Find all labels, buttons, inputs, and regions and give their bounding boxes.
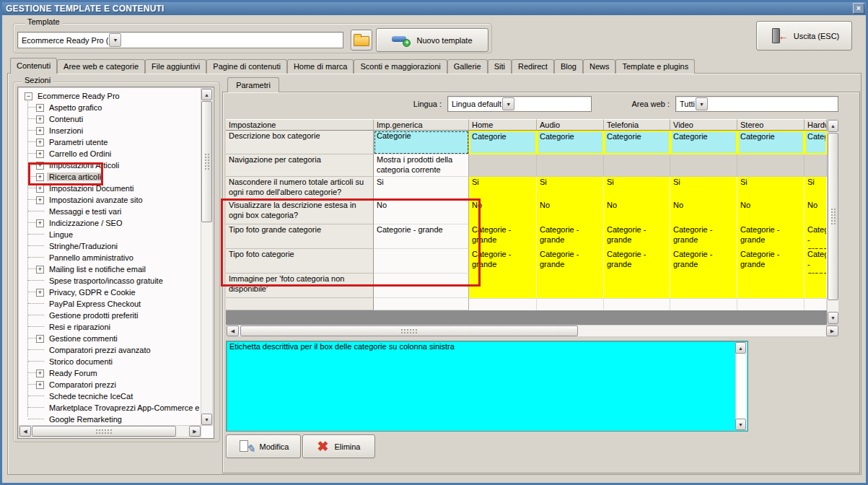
tree-item-marketplace-trovaprezzi-app-commerce-e-ki[interactable]: Marketplace Trovaprezzi App-Commerce e K… (19, 402, 202, 414)
grid-cell-r5-area3[interactable]: Categorie - grande (670, 249, 737, 274)
table-vertical-scrollbar[interactable]: ▲ ▼ (827, 119, 839, 325)
tree-item-parametri-utente[interactable]: +Parametri utente (19, 136, 202, 148)
grid-cell-r0-area3[interactable]: Categorie (670, 131, 737, 154)
tree-item-indicizzazione-seo[interactable]: +Indicizzazione / SEO (19, 217, 202, 229)
grid-cell-r3-setting[interactable]: Visualizzare la descrizione estesa in og… (226, 200, 374, 224)
grid-cell-r3-area3[interactable]: No (670, 200, 737, 224)
grid-cell-r1-area1[interactable] (537, 154, 604, 177)
tab-blog[interactable]: Blog (554, 59, 583, 74)
expand-icon[interactable]: + (36, 381, 44, 389)
tab-contenuti[interactable]: Contenuti (10, 58, 57, 74)
grid-cell-r7-area5[interactable] (805, 298, 827, 310)
tree-item-inserzioni[interactable]: +Inserzioni (19, 125, 202, 136)
grid-cell-r2-area4[interactable]: Si (737, 177, 805, 200)
expand-icon[interactable]: + (36, 104, 44, 112)
grid-header-telefonia[interactable]: Telefonia (604, 119, 670, 131)
tree-item-comparatori-prezzi-avanzato[interactable]: Comparatori prezzi avanzato (19, 344, 202, 356)
template-combobox[interactable]: Ecommerce Ready Pro ( ▼ (17, 32, 343, 48)
tree-item-stringhe-traduzioni[interactable]: Stringhe/Traduzioni (19, 240, 202, 252)
expand-icon[interactable]: + (36, 335, 44, 343)
grid-cell-r4-generic[interactable]: Categorie - grande (374, 224, 469, 249)
scroll-left-icon[interactable]: ◀ (19, 426, 31, 437)
tree-item-impostazioni-documenti[interactable]: +Impostazioni Documenti (19, 183, 202, 194)
grid-cell-r4-area5[interactable]: Categorie - grande (805, 224, 827, 249)
tab-home-di-marca[interactable]: Home di marca (287, 59, 354, 74)
grid-cell-r1-generic[interactable]: Mostra i prodotti della categoria corren… (374, 154, 469, 177)
expand-icon[interactable]: + (36, 219, 44, 227)
grid-cell-r6-setting[interactable]: Immagine per 'foto categoria non disponi… (226, 274, 374, 298)
grid-cell-r7-setting[interactable] (226, 298, 374, 310)
grid-cell-r5-area1[interactable]: Categorie - grande (537, 249, 604, 274)
grid-cell-r3-generic[interactable]: No (374, 200, 469, 224)
grid-header-imp-generica[interactable]: Imp.generica (374, 119, 469, 131)
expand-icon[interactable]: + (36, 196, 44, 204)
grid-cell-r7-area4[interactable] (737, 298, 805, 310)
grid-cell-r4-area2[interactable]: Categorie - grande (604, 224, 670, 249)
grid-cell-r1-area4[interactable] (737, 154, 805, 177)
tree-item-resi-e-riparazioni[interactable]: Resi e riparazioni (19, 321, 202, 333)
scroll-down-icon[interactable]: ▼ (828, 312, 838, 324)
grid-cell-r5-generic[interactable] (374, 249, 469, 274)
tab-parametri[interactable]: Parametri (227, 77, 279, 92)
grid-cell-r6-area0[interactable] (469, 274, 537, 298)
grid-cell-r7-area1[interactable] (537, 298, 604, 310)
close-icon[interactable]: × (853, 3, 864, 14)
grid-header-impostazione[interactable]: Impostazione (226, 119, 374, 131)
grid-cell-r6-area2[interactable] (604, 274, 670, 298)
tree-item-storico-documenti[interactable]: Storico documenti (19, 356, 202, 367)
scrollbar-thumb[interactable] (201, 101, 212, 222)
grid-cell-r3-area4[interactable]: No (737, 200, 805, 224)
grid-cell-r2-area3[interactable]: Si (670, 177, 737, 200)
expand-icon[interactable]: + (36, 162, 44, 170)
grid-cell-r0-area2[interactable]: Categorie (604, 131, 670, 154)
tab-siti[interactable]: Siti (488, 59, 512, 74)
tree-item-google-remarketing[interactable]: Google Remarketing (19, 414, 202, 425)
grid-header-home[interactable]: Home (469, 119, 537, 131)
grid-cell-r3-area1[interactable]: No (537, 200, 604, 224)
new-template-button[interactable]: + Nuovo template (376, 28, 488, 52)
chevron-down-icon[interactable]: ▼ (696, 97, 708, 110)
grid-header-hardware[interactable]: Hardware (805, 119, 827, 131)
expand-icon[interactable]: + (36, 115, 44, 123)
grid-cell-r6-generic[interactable] (374, 274, 469, 298)
open-template-button[interactable] (351, 30, 372, 51)
tree-item-gestione-prodotti-preferiti[interactable]: Gestione prodotti preferiti (19, 310, 202, 321)
expand-icon[interactable]: + (36, 185, 44, 193)
scroll-down-icon[interactable]: ▼ (201, 414, 212, 425)
scroll-down-icon[interactable]: ▼ (735, 419, 746, 430)
modify-button[interactable]: ✎ Modifica (226, 434, 301, 458)
grid-cell-r0-area4[interactable]: Categorie (737, 131, 805, 154)
grid-cell-r2-area2[interactable]: Si (604, 177, 670, 200)
grid-cell-r0-area1[interactable]: Categorie (537, 131, 604, 154)
grid-cell-r4-area0[interactable]: Categorie - grande (469, 224, 537, 249)
chevron-down-icon[interactable]: ▼ (502, 97, 514, 110)
grid-cell-r3-area2[interactable]: No (604, 200, 670, 224)
grid-cell-r5-area0[interactable]: Categorie - grande (469, 249, 537, 274)
grid-cell-r0-setting[interactable]: Descrizione box categorie (226, 131, 374, 154)
expand-icon[interactable]: + (36, 173, 44, 181)
tree-item-ecommerce-ready-pro[interactable]: −Ecommerce Ready Pro (19, 90, 202, 102)
scroll-right-icon[interactable]: ▶ (826, 325, 838, 336)
lingua-combobox[interactable]: Lingua default ▼ (447, 96, 592, 112)
expand-icon[interactable]: + (36, 150, 44, 158)
grid-cell-r6-area3[interactable] (670, 274, 737, 298)
description-box[interactable]: Etichetta descrittiva per il box delle c… (226, 341, 748, 432)
tree-item-carrello-ed-ordini[interactable]: +Carrello ed Ordini (19, 148, 202, 160)
grid-cell-r4-setting[interactable]: Tipo foto grande categorie (226, 224, 374, 249)
grid-cell-r1-area0[interactable] (469, 154, 537, 177)
expand-icon[interactable]: + (36, 139, 44, 147)
grid-cell-r1-area2[interactable] (604, 154, 670, 177)
grid-cell-r6-area4[interactable] (737, 274, 805, 298)
description-scrollbar[interactable]: ▲ ▼ (735, 342, 747, 430)
grid-cell-r2-setting[interactable]: Nascondere il numero totale articoli su … (226, 177, 374, 200)
tab-pagine-di-contenuti[interactable]: Pagine di contenuti (206, 59, 287, 74)
grid-cell-r5-setting[interactable]: Tipo foto categorie (226, 249, 374, 274)
grid-cell-r4-area4[interactable]: Categorie - grande (737, 224, 805, 249)
scroll-up-icon[interactable]: ▲ (201, 89, 212, 100)
grid-header-video[interactable]: Video (670, 119, 737, 131)
grid-cell-r2-area1[interactable]: Si (537, 177, 604, 200)
scroll-up-icon[interactable]: ▲ (828, 120, 838, 132)
expand-icon[interactable]: + (36, 266, 44, 274)
grid-cell-r5-area4[interactable]: Categorie - grande (737, 249, 805, 274)
grid-cell-r2-area0[interactable]: Si (469, 177, 537, 200)
